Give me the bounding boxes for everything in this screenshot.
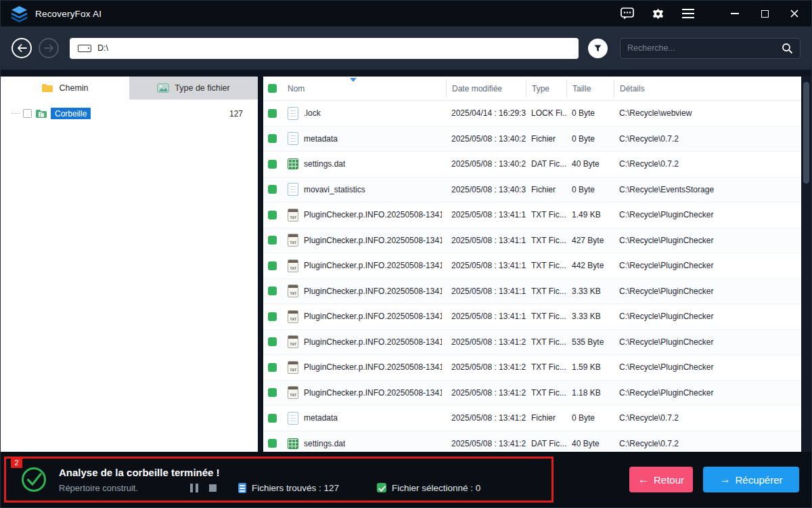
file-details: C:\Recycle\PluginChecker [614, 362, 801, 372]
footer-buttons: ← Retour → Récupérer [629, 467, 799, 492]
row-checkbox[interactable] [268, 261, 277, 270]
drive-path-selector[interactable]: D:\ [70, 38, 579, 59]
table-row[interactable]: settings.dat 2025/05/08 : 13:40:28 DAT F… [263, 152, 801, 177]
row-checkbox[interactable] [268, 363, 277, 372]
row-checkbox[interactable] [268, 236, 277, 245]
file-date: 2025/05/08 : 13:40:30 [446, 185, 526, 194]
search-input[interactable] [627, 43, 782, 53]
status-title: Analyse de la corbeille terminée ! [59, 467, 480, 478]
column-header-taille[interactable]: Taille [566, 80, 614, 98]
row-checkbox[interactable] [268, 312, 277, 321]
maximize-button[interactable] [757, 6, 772, 21]
back-nav-button[interactable] [12, 38, 32, 58]
settings-gear-icon[interactable] [650, 6, 665, 21]
file-date: 2025/05/08 : 13:41:14 [446, 261, 526, 270]
file-size: 1.18 KB [566, 388, 614, 398]
row-checkbox[interactable] [268, 287, 277, 295]
sort-indicator-icon[interactable] [350, 78, 357, 82]
corbeille-checkbox[interactable] [23, 109, 32, 118]
file-size: 3.33 KB [566, 312, 614, 321]
minimize-button[interactable] [727, 6, 742, 21]
row-checkbox[interactable] [268, 414, 277, 423]
file-date: 2025/05/08 : 13:41:20 [446, 337, 526, 347]
file-size: 0 Byte [566, 134, 614, 144]
row-checkbox[interactable] [268, 211, 277, 219]
recuperer-button[interactable]: → Récupérer [703, 467, 799, 492]
file-name: PluginChecker.p.INFO.20250508-134115.1..… [304, 261, 442, 270]
tree-item-count: 127 [229, 109, 243, 119]
file-type-icon: TXT [288, 335, 298, 348]
file-details: C:\Recycle\PluginChecker [614, 337, 801, 347]
selected-check-icon [377, 483, 386, 492]
tree-item-label[interactable]: Corbeille [51, 108, 91, 119]
table-row[interactable]: metadata 2025/05/08 : 13:40:28 Fichier 0… [263, 127, 801, 152]
feedback-chat-icon[interactable] [620, 6, 635, 21]
close-button[interactable] [787, 6, 802, 21]
table-row[interactable]: TXT PluginChecker.p.INFO.20250508-134115… [263, 279, 801, 305]
row-checkbox[interactable] [268, 337, 277, 346]
column-header-date[interactable]: Date modifiée [446, 80, 526, 98]
file-date: 2025/04/14 : 16:29:36 [446, 108, 526, 118]
status-bar: 2 Analyse de la corbeille terminée ! Rép… [1, 452, 811, 507]
table-header: Nom Date modifiée Type Taille Détails [263, 77, 801, 101]
search-icon[interactable] [782, 43, 793, 54]
table-row[interactable]: TXT PluginChecker.p.INFO.20250508-134120… [263, 330, 801, 356]
row-checkbox[interactable] [268, 160, 277, 169]
table-row[interactable]: TXT PluginChecker.p.INFO.20250508-134117… [263, 304, 801, 330]
column-header-nom[interactable]: Nom [288, 84, 446, 93]
table-row[interactable]: TXT PluginChecker.p.INFO.20250508-134115… [263, 228, 801, 254]
forward-nav-button[interactable] [39, 38, 59, 58]
column-header-type[interactable]: Type [526, 80, 566, 98]
search-box [620, 38, 800, 59]
table-row[interactable]: movavi_statistics 2025/05/08 : 13:40:30 … [263, 177, 801, 203]
row-checkbox[interactable] [268, 134, 277, 143]
file-size: 0 Byte [566, 413, 614, 423]
scrollbar-thumb[interactable] [803, 82, 809, 184]
column-header-details[interactable]: Détails [614, 80, 801, 98]
row-checkbox[interactable] [268, 439, 277, 448]
table-row[interactable]: TXT PluginChecker.p.INFO.20250508-134113… [263, 203, 801, 228]
row-checkbox[interactable] [268, 388, 277, 397]
file-type-icon [288, 158, 298, 169]
file-type: Fichier [526, 185, 566, 194]
table-row[interactable]: TXT PluginChecker.p.INFO.20250508-134120… [263, 355, 801, 381]
select-all-checkbox[interactable] [268, 84, 277, 93]
file-type: TXT Fic... [526, 388, 566, 398]
retour-button[interactable]: ← Retour [629, 467, 693, 492]
pause-icon[interactable] [190, 484, 198, 492]
vertical-scrollbar[interactable] [801, 77, 811, 452]
main-area: Chemin Type de fichier Corbeille 127 [1, 70, 811, 452]
file-details: C:\Recycle\0.7.2 [614, 159, 801, 169]
file-name: PluginChecker.p.INFO.20250508-134115.2..… [304, 236, 442, 245]
row-checkbox[interactable] [268, 185, 277, 194]
row-checkbox[interactable] [268, 109, 277, 118]
table-row[interactable]: TXT PluginChecker.p.INFO.20250508-134125… [263, 381, 801, 406]
file-type: LOCK Fi... [526, 108, 566, 118]
stop-icon[interactable] [209, 484, 217, 492]
file-name: PluginChecker.p.INFO.20250508-134120.4..… [304, 337, 442, 347]
tree-guide [12, 113, 20, 114]
table-row[interactable]: settings.dat 2025/05/08 : 13:41:20 DAT F… [263, 431, 801, 452]
file-type: TXT Fic... [526, 287, 566, 296]
file-date: 2025/05/08 : 13:41:24 [446, 388, 526, 398]
step-badge: 2 [11, 457, 22, 468]
table-row[interactable]: TXT PluginChecker.p.INFO.20250508-134115… [263, 253, 801, 279]
tab-type-de-fichier[interactable]: Type de fichier [129, 77, 258, 100]
file-type-icon: TXT [288, 361, 298, 374]
tab-type-de-fichier-label: Type de fichier [175, 83, 229, 93]
file-name: metadata [304, 413, 338, 423]
file-type-icon: TXT [288, 209, 298, 221]
success-check-icon [20, 465, 48, 494]
filter-button[interactable] [588, 39, 608, 58]
file-size: 0 Byte [566, 185, 614, 194]
file-type-icon: TXT [288, 234, 298, 247]
table-row[interactable]: .lock 2025/04/14 : 16:29:36 LOCK Fi... 0… [263, 101, 801, 127]
menu-hamburger-icon[interactable] [681, 6, 696, 21]
file-type-icon [288, 183, 298, 196]
tree-item-corbeille[interactable]: Corbeille 127 [1, 100, 258, 119]
tab-chemin[interactable]: Chemin [1, 77, 129, 100]
file-type: TXT Fic... [526, 362, 566, 372]
file-details: C:\Recycle\PluginChecker [614, 236, 801, 245]
table-row[interactable]: metadata 2025/05/08 : 13:41:20 Fichier 0… [263, 406, 801, 431]
app-window: RecoveryFox AI [0, 0, 812, 508]
